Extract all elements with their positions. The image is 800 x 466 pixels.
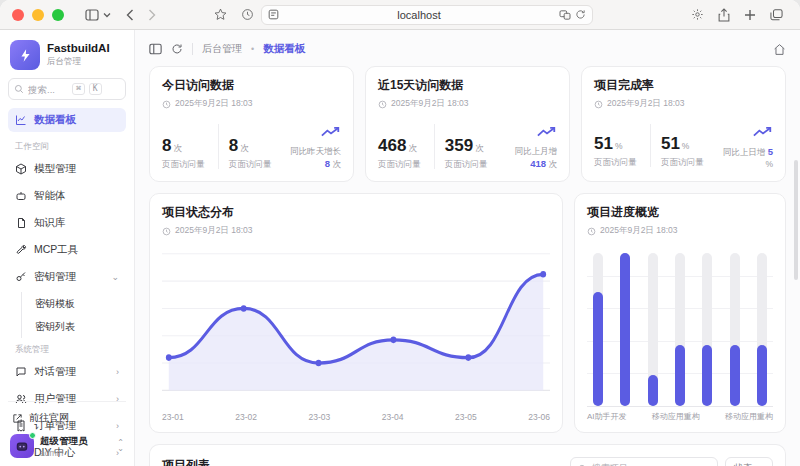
url-text[interactable]: localhost: [279, 9, 559, 21]
sidebar-item-conversations[interactable]: 对话管理 ›: [8, 360, 126, 384]
card-title: 项目完成率: [594, 77, 773, 94]
stat-value: 8: [229, 136, 238, 155]
list-title: 项目列表: [162, 457, 253, 466]
trend-up-icon: [537, 126, 557, 138]
breadcrumb-root[interactable]: 后台管理: [202, 42, 242, 56]
new-tab-plus-icon[interactable]: [744, 9, 756, 21]
home-icon[interactable]: [773, 43, 786, 56]
address-bar[interactable]: localhost: [261, 5, 593, 25]
browser-window: localhost: [0, 0, 800, 466]
content-header: 后台管理 • 数据看板: [149, 36, 786, 62]
settings-gear-icon[interactable]: [691, 8, 704, 21]
user-role: admin: [40, 448, 88, 458]
trend-value: 5: [768, 146, 773, 157]
trend-prefix: 同比上月增: [515, 146, 558, 156]
chart-title: 项目进度概览: [587, 204, 773, 221]
stat-value: 359: [445, 136, 473, 155]
collapse-sidebar-icon[interactable]: [149, 43, 162, 55]
stat-block: 359次 页面访问量: [445, 136, 501, 171]
sidebar-search-input[interactable]: [28, 84, 68, 95]
user-menu[interactable]: 超级管理员 admin ⌃⌄: [8, 432, 126, 460]
zoom-window-button[interactable]: [52, 9, 64, 21]
wrench-icon: [15, 244, 27, 256]
bar[interactable]: [648, 375, 658, 406]
user-name: 超级管理员: [40, 435, 88, 448]
card-date-text: 2025年9月2日 18:03: [175, 98, 253, 110]
minimize-window-button[interactable]: [32, 9, 44, 21]
forward-icon[interactable]: [148, 9, 156, 21]
trend-prefix: 同比昨天增长: [290, 146, 341, 156]
bar[interactable]: [675, 345, 685, 406]
sidebar-search[interactable]: ⌘ K: [8, 78, 126, 100]
brand[interactable]: FastbuildAI 后台管理: [8, 38, 126, 78]
history-clock-icon[interactable]: [241, 8, 254, 21]
translate-badge-icon[interactable]: [559, 10, 571, 20]
stat-block: 468次 页面访问量: [378, 136, 434, 171]
robot-avatar-icon: [15, 439, 29, 453]
browser-sidebar-icon[interactable]: [85, 9, 99, 21]
bar[interactable]: [757, 345, 767, 406]
browser-chrome: localhost: [0, 0, 800, 30]
share-icon[interactable]: [718, 8, 730, 22]
trend-prefix: 同比上日增: [723, 147, 766, 157]
trend-value: 8: [325, 158, 330, 169]
project-search[interactable]: [570, 457, 718, 466]
bar-chart-x-axis: AI助手开发移动应用重构移动应用重构: [587, 407, 773, 422]
line-chart-card: 项目状态分布 2025年9月2日 18:03 23-0123-0223-0323…: [149, 193, 563, 433]
sidebar-item-dashboard[interactable]: 数据看板: [8, 108, 126, 132]
reader-page-icon[interactable]: [268, 9, 279, 20]
breadcrumb-separator: •: [251, 44, 254, 54]
main-scrollbar[interactable]: [794, 160, 798, 280]
bar-track: [730, 253, 740, 406]
official-site-link[interactable]: 前往官网: [8, 408, 126, 432]
bar-track: [757, 253, 767, 406]
bookmark-star-icon[interactable]: [214, 8, 227, 21]
sidebar-nav: 数据看板 工作空间 模型管理 智能体 知识库 MCP工具: [8, 108, 126, 401]
charts-row: 项目状态分布 2025年9月2日 18:03 23-0123-0223-0323…: [149, 193, 786, 433]
sidebar-subitem-key-templates[interactable]: 密钥模板: [31, 292, 126, 315]
trend-block: 同比昨天增长 8 次: [285, 124, 341, 171]
stat-divider: [650, 124, 651, 167]
close-window-button[interactable]: [12, 9, 24, 21]
sidebar-item-label: 知识库: [34, 216, 119, 230]
sidebar-item-mcp-tools[interactable]: MCP工具: [8, 238, 126, 262]
card-date-text: 2025年9月2日 18:03: [607, 98, 685, 110]
sidebar-item-models[interactable]: 模型管理: [8, 157, 126, 181]
brand-logo: [10, 40, 40, 70]
keys-submenu: 密钥模板 密钥列表: [21, 292, 126, 338]
bar-chart-card: 项目进度概览 2025年9月2日 18:03 AI助手开发移动应用重: [574, 193, 786, 433]
bar-track: [648, 253, 658, 406]
shortcut-k-key: K: [89, 83, 102, 95]
trend-unit: 次: [549, 159, 558, 169]
back-icon[interactable]: [126, 9, 134, 21]
shortcut-cmd-key: ⌘: [72, 83, 85, 95]
sidebar-item-agents[interactable]: 智能体: [8, 184, 126, 208]
section-system: 系统管理: [8, 338, 126, 360]
chart-date: 2025年9月2日 18:03: [587, 225, 773, 237]
bar[interactable]: [702, 345, 712, 406]
breadcrumb-current-tab[interactable]: 数据看板: [263, 42, 305, 56]
reload-icon[interactable]: [575, 9, 586, 20]
trend-unit: 次: [333, 159, 342, 169]
bar[interactable]: [730, 345, 740, 406]
external-link-icon: [12, 413, 23, 424]
key-icon: [15, 271, 27, 283]
clock-icon: [162, 100, 171, 109]
sidebar-subitem-key-list[interactable]: 密钥列表: [31, 315, 126, 338]
bar-chart-plot[interactable]: [587, 245, 773, 407]
document-icon: [15, 217, 27, 229]
line-chart-plot[interactable]: [162, 245, 550, 408]
status-filter-select[interactable]: 状态: [725, 457, 773, 466]
bar[interactable]: [620, 253, 630, 406]
sidebar-item-knowledge[interactable]: 知识库: [8, 211, 126, 235]
sidebar-item-keys[interactable]: 密钥管理 ⌄: [8, 265, 126, 289]
chevron-down-icon[interactable]: [103, 12, 111, 18]
refresh-icon[interactable]: [171, 43, 183, 55]
x-tick-label: 23-01: [162, 412, 184, 422]
bar[interactable]: [593, 292, 603, 406]
tab-overview-icon[interactable]: [770, 9, 783, 21]
chart-icon: [15, 114, 27, 126]
stat-value: 8: [162, 136, 171, 155]
chevron-right-icon: ›: [116, 367, 119, 377]
trend-block: 同比上日增 5 %: [717, 124, 773, 169]
